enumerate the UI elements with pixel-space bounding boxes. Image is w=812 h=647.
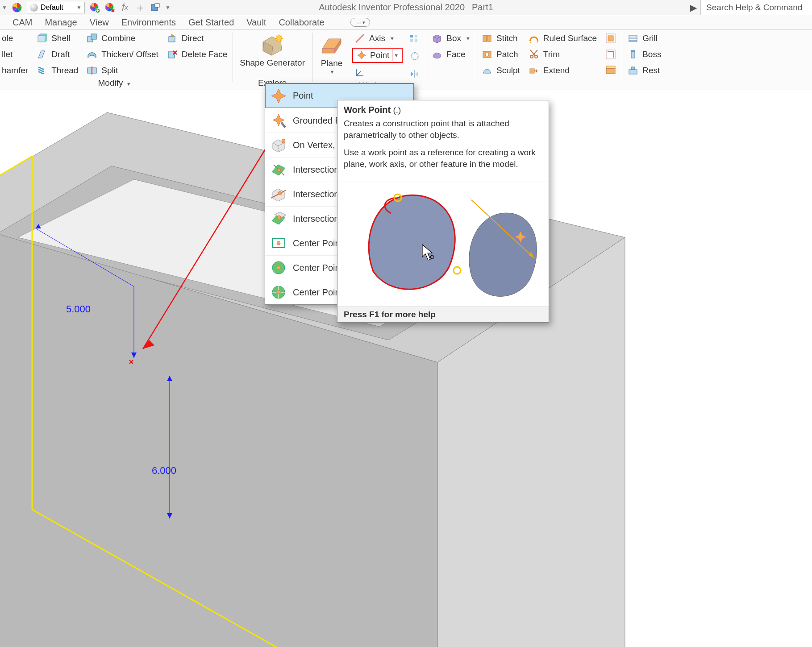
tooltip-header: Work Point (.) bbox=[337, 100, 549, 117]
thread-button[interactable]: Thread bbox=[34, 64, 80, 77]
title-bar: ▼ Default ▼ fx ＋ ▼ Autodesk Inventor Pro… bbox=[0, 0, 812, 15]
tab-vault[interactable]: Vault bbox=[246, 17, 266, 28]
stitch-icon bbox=[481, 33, 493, 44]
axis-button[interactable]: Axis ▼ bbox=[352, 32, 403, 45]
settings-panel-icon[interactable] bbox=[150, 2, 161, 13]
plane-button[interactable]: Plane ▼ bbox=[316, 32, 348, 75]
direct-icon bbox=[167, 33, 178, 44]
rest-button[interactable]: Rest bbox=[625, 64, 663, 77]
surface-misc3[interactable] bbox=[603, 64, 618, 77]
thicken-button[interactable]: Thicken/ Offset bbox=[84, 48, 160, 61]
pattern-circ-button[interactable] bbox=[407, 50, 422, 63]
svg-rect-16 bbox=[415, 35, 417, 37]
thread-icon bbox=[36, 65, 48, 76]
svg-point-22 bbox=[411, 56, 412, 58]
expand-search-icon[interactable]: ▶ bbox=[690, 2, 697, 13]
hole-button[interactable]: ole bbox=[0, 32, 30, 45]
appearance-clear-icon[interactable] bbox=[104, 2, 115, 13]
point-button[interactable]: Point ▼ bbox=[352, 48, 403, 63]
sculpt-icon bbox=[481, 65, 493, 76]
plane-label: Plane bbox=[321, 58, 343, 68]
pattern-circ-icon bbox=[409, 50, 421, 62]
box-icon bbox=[431, 33, 443, 44]
panel-freeform: Box ▼ Face bbox=[426, 30, 476, 90]
plus-icon[interactable]: ＋ bbox=[135, 2, 146, 13]
point-dropdown-split[interactable]: ▼ bbox=[392, 50, 399, 61]
surface-misc1-icon bbox=[605, 33, 616, 44]
ribbon-display-toggle[interactable]: ▭ ▾ bbox=[350, 18, 370, 27]
patch-button[interactable]: Patch bbox=[479, 48, 522, 61]
sculpt-button2[interactable]: Sculpt bbox=[479, 64, 522, 77]
pattern-rect-button[interactable] bbox=[407, 32, 422, 45]
mirror-button[interactable] bbox=[407, 67, 422, 81]
shell-button[interactable]: Shell bbox=[34, 32, 80, 45]
tooltip-image bbox=[337, 182, 549, 307]
tab-get-started[interactable]: Get Started bbox=[188, 17, 234, 28]
material-selector[interactable]: Default ▼ bbox=[27, 2, 85, 13]
dimension-1[interactable]: 5.000 bbox=[66, 303, 91, 315]
color-wheel-icon[interactable] bbox=[12, 2, 22, 13]
delete-face-button[interactable]: Delete Face bbox=[165, 48, 229, 61]
tab-collaborate[interactable]: Collaborate bbox=[279, 17, 324, 28]
fx-parameters-icon[interactable]: fx bbox=[120, 2, 130, 13]
shape-generator-icon bbox=[260, 33, 285, 58]
combine-button[interactable]: Combine bbox=[84, 32, 160, 45]
svg-rect-31 bbox=[608, 36, 613, 41]
search-input[interactable]: Search Help & Command bbox=[700, 0, 812, 15]
tab-view[interactable]: View bbox=[90, 17, 109, 28]
search-placeholder: Search Help & Command bbox=[706, 3, 802, 12]
surface-misc3-icon bbox=[605, 65, 616, 76]
tab-manage[interactable]: Manage bbox=[45, 17, 77, 28]
chevron-down-icon: ▼ bbox=[330, 69, 335, 75]
point-icon bbox=[356, 50, 367, 61]
svg-point-37 bbox=[631, 50, 635, 52]
ucs-icon bbox=[354, 66, 366, 78]
trim-icon bbox=[528, 49, 540, 60]
surface-misc1[interactable] bbox=[603, 32, 618, 45]
boss-icon bbox=[627, 49, 639, 60]
qat-dropdown-icon[interactable]: ▼ bbox=[2, 4, 7, 11]
draft-button[interactable]: Draft bbox=[34, 48, 80, 61]
svg-rect-6 bbox=[38, 36, 45, 42]
ucs-button[interactable] bbox=[352, 66, 403, 79]
box-button[interactable]: Box ▼ bbox=[429, 32, 472, 45]
fillet-button[interactable]: llet bbox=[0, 48, 30, 61]
qat-more-icon[interactable]: ▼ bbox=[165, 4, 171, 11]
title-center: Autodesk Inventor Professional 2020 Part… bbox=[319, 2, 493, 12]
shape-generator-button[interactable]: Shape Generator bbox=[236, 32, 308, 69]
split-icon bbox=[86, 65, 98, 76]
svg-point-26 bbox=[485, 53, 489, 56]
tab-cam[interactable]: CAM bbox=[12, 17, 32, 28]
svg-point-20 bbox=[414, 52, 416, 54]
intersection2-icon bbox=[270, 185, 287, 203]
tab-environments[interactable]: Environments bbox=[121, 17, 176, 28]
svg-rect-39 bbox=[631, 67, 635, 70]
surface-misc2[interactable] bbox=[603, 48, 618, 61]
appearance-override-icon[interactable] bbox=[89, 2, 100, 13]
center1-icon bbox=[270, 234, 287, 252]
panel-plastic: Grill Boss Rest bbox=[622, 30, 666, 90]
stitch-button[interactable]: Stitch bbox=[479, 32, 522, 45]
intersection3-icon bbox=[270, 210, 287, 228]
boss-button[interactable]: Boss bbox=[625, 48, 663, 61]
direct-button[interactable]: Direct bbox=[165, 32, 229, 45]
grill-button[interactable]: Grill bbox=[625, 32, 663, 45]
split-button[interactable]: Split bbox=[84, 64, 160, 77]
dimension-2[interactable]: 6.000 bbox=[152, 465, 176, 477]
svg-point-61 bbox=[277, 266, 280, 270]
surface-misc2-icon bbox=[605, 49, 616, 60]
svg-point-19 bbox=[411, 53, 418, 60]
combine-icon bbox=[86, 33, 98, 44]
face-button[interactable]: Face bbox=[429, 48, 472, 61]
panel-modify-label[interactable]: Modify ▼ bbox=[0, 78, 229, 89]
trim-button[interactable]: Trim bbox=[526, 48, 599, 61]
tooltip-footer: Press F1 for more help bbox=[337, 307, 549, 322]
panel-modify: ole llet hamfer Shell Draft Thread Combi… bbox=[0, 30, 233, 90]
ruled-surface-button[interactable]: Ruled Surface bbox=[526, 32, 599, 45]
material-ball-icon bbox=[30, 4, 38, 12]
app-title: Autodesk Inventor Professional 2020 bbox=[319, 2, 465, 12]
chamfer-button[interactable]: hamfer bbox=[0, 64, 30, 77]
extend-button[interactable]: Extend bbox=[526, 64, 599, 77]
tooltip-title: Work Point bbox=[344, 105, 391, 115]
svg-rect-5 bbox=[155, 4, 159, 7]
